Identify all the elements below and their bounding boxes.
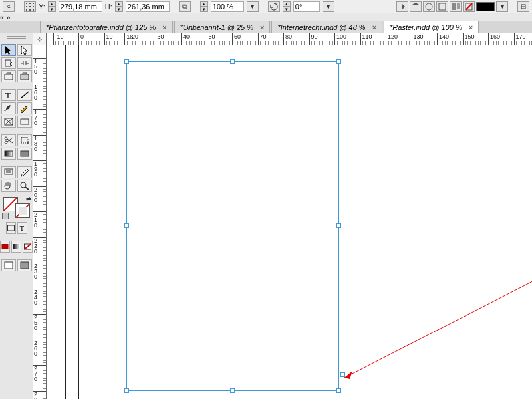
y-input[interactable] xyxy=(59,1,102,12)
close-icon[interactable]: × xyxy=(260,23,264,31)
page-spine xyxy=(78,45,79,399)
svg-point-9 xyxy=(426,3,432,10)
zoom-input[interactable] xyxy=(211,1,244,12)
flip-vertical-icon[interactable] xyxy=(410,1,422,12)
y-label: Y: xyxy=(39,3,45,11)
apply-gradient-icon[interactable] xyxy=(11,241,21,253)
tab-unbenannt[interactable]: *Unbenannt-1 @ 25 %× xyxy=(174,21,271,33)
svg-line-16 xyxy=(466,3,472,10)
svg-point-32 xyxy=(27,142,29,144)
content-collector-icon[interactable] xyxy=(1,70,16,82)
hand-tool-icon[interactable] xyxy=(1,180,16,192)
tab-internetrecht[interactable]: *Internetrecht.indd @ 48 %× xyxy=(271,21,382,33)
direct-selection-tool-icon[interactable] xyxy=(17,44,32,56)
svg-line-41 xyxy=(16,204,29,217)
svg-text:T: T xyxy=(19,224,24,232)
pen-tool-icon[interactable] xyxy=(1,102,16,114)
svg-marker-51 xyxy=(344,371,352,379)
page-edge-left xyxy=(65,45,66,399)
fill-stroke-control[interactable]: ⇄ xyxy=(3,197,30,218)
gradient-swatch-tool-icon[interactable] xyxy=(1,148,16,160)
swap-fill-stroke-icon[interactable]: ⇄ xyxy=(26,196,31,202)
formatting-container-icon[interactable] xyxy=(6,222,16,234)
eyedropper-tool-icon[interactable] xyxy=(17,166,32,178)
svg-point-27 xyxy=(5,141,7,144)
svg-rect-11 xyxy=(452,3,456,10)
scissors-tool-icon[interactable] xyxy=(1,134,16,146)
close-icon[interactable]: × xyxy=(162,23,166,31)
tab-raster[interactable]: *Raster.indd @ 100 %× xyxy=(384,21,479,33)
content-placer-icon[interactable] xyxy=(17,70,32,82)
vertical-ruler[interactable]: 1501601701801902002102202302402502602702… xyxy=(33,45,47,399)
selected-frame[interactable] xyxy=(126,61,339,391)
ruler-origin-icon[interactable]: ⊹ xyxy=(33,33,47,45)
svg-text:T: T xyxy=(5,90,11,100)
effects2-icon[interactable] xyxy=(436,1,448,12)
rectangle-frame-tool-icon[interactable] xyxy=(1,116,16,128)
flip-horizontal-icon[interactable] xyxy=(396,1,408,12)
type-tool-icon[interactable]: T xyxy=(1,89,16,101)
y-spinner[interactable]: ▲▼ xyxy=(48,1,56,12)
control-bar: « Y: ▲▼ H: ▲▼ ⧉ ▲▼ ▾ ▲▼ ▾ ▾ ⊟ xyxy=(0,0,532,13)
stroke-swatch[interactable] xyxy=(476,2,495,11)
text-wrap-icon[interactable] xyxy=(450,1,462,12)
svg-rect-30 xyxy=(21,138,28,143)
h-label: H: xyxy=(105,3,112,11)
free-transform-tool-icon[interactable] xyxy=(17,134,32,146)
collapse-icon[interactable]: ⊟ xyxy=(517,1,529,12)
h-input[interactable] xyxy=(126,1,170,12)
svg-line-39 xyxy=(25,187,29,190)
svg-rect-25 xyxy=(21,119,29,124)
expand-icon[interactable]: « xyxy=(3,1,15,12)
line-tool-icon[interactable] xyxy=(17,89,32,101)
view-normal-icon[interactable] xyxy=(1,259,16,271)
gradient-feather-tool-icon[interactable] xyxy=(17,148,32,160)
toolbox: T ⇄ xyxy=(0,33,33,399)
svg-point-26 xyxy=(5,137,7,140)
svg-rect-45 xyxy=(13,244,20,249)
view-preview-icon[interactable] xyxy=(17,259,32,271)
svg-rect-5 xyxy=(33,6,34,7)
formatting-text-icon[interactable]: T xyxy=(17,222,27,234)
stroke-swatch[interactable] xyxy=(15,203,30,218)
page-tool-icon[interactable] xyxy=(1,57,16,69)
note-tool-icon[interactable] xyxy=(1,166,16,178)
close-icon[interactable]: × xyxy=(469,23,473,31)
reference-point-grid-icon[interactable] xyxy=(24,1,36,12)
selection-tool-icon[interactable] xyxy=(1,44,16,56)
annotation-arrow-icon xyxy=(339,271,532,384)
zoom-menu-icon[interactable]: ▾ xyxy=(247,1,259,12)
apply-none-icon[interactable] xyxy=(23,241,33,253)
apply-solid-icon[interactable] xyxy=(0,241,10,253)
gap-tool-icon[interactable] xyxy=(17,57,32,69)
svg-rect-44 xyxy=(2,244,9,249)
svg-rect-35 xyxy=(5,169,13,174)
canvas[interactable] xyxy=(47,45,532,399)
stroke-menu-icon[interactable]: ▾ xyxy=(496,1,508,12)
rectangle-tool-icon[interactable] xyxy=(17,116,32,128)
rotate-menu-icon[interactable]: ▾ xyxy=(323,1,334,12)
rotate-spinner[interactable]: ▲▼ xyxy=(283,1,291,12)
toolbox-grabber-icon[interactable] xyxy=(5,36,29,41)
pencil-tool-icon[interactable] xyxy=(17,102,32,114)
effects-icon[interactable] xyxy=(423,1,435,12)
svg-rect-7 xyxy=(29,9,31,11)
rotate-icon[interactable] xyxy=(268,1,280,12)
svg-point-31 xyxy=(21,137,22,138)
svg-rect-6 xyxy=(26,9,27,11)
zoom-spinner[interactable]: ▲▼ xyxy=(200,1,208,12)
zoom-tool-icon[interactable] xyxy=(17,180,32,192)
constrain-proportions-icon[interactable]: ⧉ xyxy=(179,1,191,12)
stroke-none-icon[interactable] xyxy=(463,1,475,12)
svg-rect-17 xyxy=(5,60,11,66)
rotate-input[interactable] xyxy=(293,1,320,12)
horizontal-ruler[interactable]: -100102030405060708090100110120130140150… xyxy=(47,33,532,45)
default-fill-stroke-icon[interactable] xyxy=(2,213,9,219)
document-area: ⊹ -1001020304050607080901001101201301401… xyxy=(33,33,532,399)
svg-rect-19 xyxy=(21,74,29,80)
document-tab-bar: *Pflanzenfotografie.indd @ 125 %× *Unben… xyxy=(0,21,532,33)
tab-pflanzenfotografie[interactable]: *Pflanzenfotografie.indd @ 125 %× xyxy=(40,21,173,33)
close-icon[interactable]: × xyxy=(372,23,376,31)
fx-group: ▾ xyxy=(396,1,508,12)
h-spinner[interactable]: ▲▼ xyxy=(115,1,123,12)
